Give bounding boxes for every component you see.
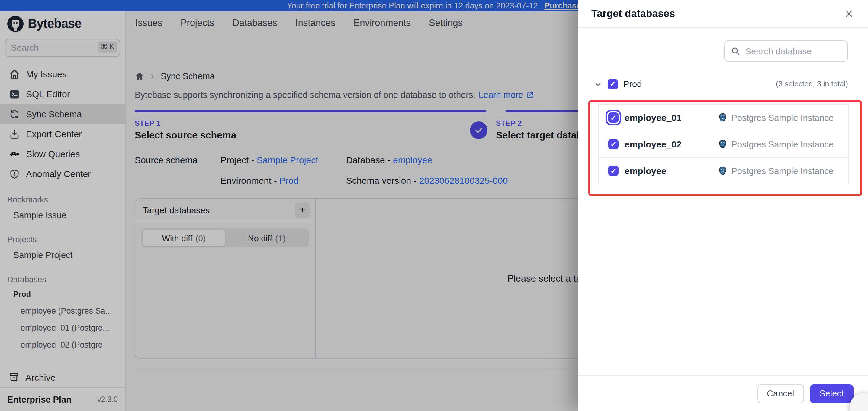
target-databases-drawer: Target databases Prod (3 selected, 3 in …	[578, 0, 868, 411]
drawer-title: Target databases	[591, 7, 675, 20]
select-button[interactable]: Select	[810, 384, 854, 403]
database-search-input[interactable]	[744, 46, 837, 57]
prod-group-checkbox[interactable]	[608, 79, 618, 89]
database-row-employee-02[interactable]: employee_02 Postgres Sample Instance	[598, 131, 848, 158]
instance-name: Postgres Sample Instance	[731, 113, 834, 122]
drawer-footer: Cancel Select	[578, 375, 868, 411]
database-row-employee-01[interactable]: employee_01 Postgres Sample Instance	[598, 105, 848, 131]
database-search[interactable]	[724, 40, 848, 62]
database-row-employee[interactable]: employee Postgres Sample Instance	[598, 158, 848, 184]
employee-checkbox[interactable]	[608, 166, 619, 176]
employee-02-checkbox[interactable]	[608, 139, 619, 149]
search-icon	[731, 47, 740, 56]
instance-name: Postgres Sample Instance	[731, 139, 834, 149]
selection-summary: (3 selected, 3 in total)	[776, 80, 848, 88]
postgres-icon	[717, 139, 727, 149]
postgres-icon	[717, 112, 727, 123]
instance-name: Postgres Sample Instance	[731, 166, 834, 176]
group-name: Prod	[623, 79, 642, 89]
postgres-icon	[717, 166, 727, 176]
environment-group-row: Prod (3 selected, 3 in total)	[578, 76, 868, 92]
drawer-header: Target databases	[578, 0, 868, 28]
database-name: employee	[625, 166, 666, 176]
close-icon[interactable]	[843, 7, 855, 20]
chevron-down-icon[interactable]	[594, 80, 602, 88]
app-root: Your free trial for Enterprise Plan will…	[0, 0, 868, 411]
database-name: employee_02	[625, 139, 681, 149]
employee-01-checkbox[interactable]	[608, 112, 619, 123]
database-name: employee_01	[625, 112, 681, 123]
database-list: employee_01 Postgres Sample Instance emp…	[598, 104, 849, 184]
cancel-button[interactable]: Cancel	[757, 384, 804, 403]
